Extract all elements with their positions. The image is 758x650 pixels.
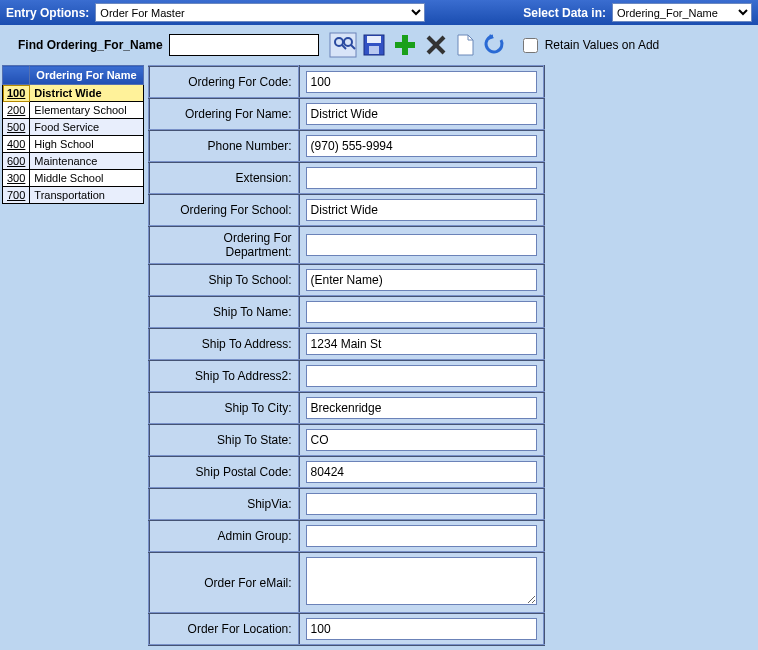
form-input[interactable] [306, 103, 537, 125]
table-row[interactable]: 300Middle School [3, 170, 144, 187]
form-input[interactable] [306, 365, 537, 387]
form-input[interactable] [306, 525, 537, 547]
table-row[interactable]: 700Transportation [3, 187, 144, 204]
select-data-label: Select Data in: [523, 6, 606, 20]
form-value-cell [299, 552, 544, 613]
form-label: Ordering For Name: [149, 98, 299, 130]
grid-code-cell[interactable]: 100 [3, 85, 30, 102]
form-label: Ship To State: [149, 424, 299, 456]
form-value-cell [299, 264, 544, 296]
form-value-cell [299, 66, 544, 98]
form-value-cell [299, 392, 544, 424]
form-value-cell [299, 520, 544, 552]
top-bar: Entry Options: Order For Master Select D… [0, 0, 758, 25]
entry-options-select[interactable]: Order For Master [95, 3, 425, 22]
grid-name-cell[interactable]: Maintenance [30, 153, 143, 170]
form-input[interactable] [306, 167, 537, 189]
table-row[interactable]: 400High School [3, 136, 144, 153]
detail-form: Ordering For Code:Ordering For Name:Phon… [148, 65, 545, 646]
ordering-for-grid: Ordering For Name 100District Wide200Ele… [2, 65, 144, 204]
form-label: ShipVia: [149, 488, 299, 520]
form-value-cell [299, 328, 544, 360]
save-icon[interactable] [361, 32, 387, 58]
form-label: Ship To City: [149, 392, 299, 424]
form-input[interactable] [306, 234, 537, 256]
form-input[interactable] [306, 135, 537, 157]
grid-name-cell[interactable]: Middle School [30, 170, 143, 187]
grid-code-cell[interactable]: 400 [3, 136, 30, 153]
form-label: Extension: [149, 162, 299, 194]
select-data-select[interactable]: Ordering_For_Name [612, 3, 752, 22]
form-value-cell [299, 194, 544, 226]
form-input[interactable] [306, 301, 537, 323]
find-label: Find Ordering_For_Name [18, 38, 163, 52]
new-page-icon[interactable] [453, 32, 477, 58]
grid-name-cell[interactable]: Food Service [30, 119, 143, 136]
form-input[interactable] [306, 199, 537, 221]
svg-rect-7 [369, 46, 379, 54]
form-label: Ship To School: [149, 264, 299, 296]
form-label: Order For eMail: [149, 552, 299, 613]
form-label: Admin Group: [149, 520, 299, 552]
form-input[interactable] [306, 493, 537, 515]
form-value-cell [299, 424, 544, 456]
search-icon[interactable] [329, 32, 357, 58]
grid-name-cell[interactable]: High School [30, 136, 143, 153]
form-value-cell [299, 613, 544, 645]
form-label: Ship Postal Code: [149, 456, 299, 488]
form-input[interactable] [306, 71, 537, 93]
entry-options-label: Entry Options: [6, 6, 89, 20]
form-input[interactable] [306, 618, 537, 640]
grid-code-cell[interactable]: 600 [3, 153, 30, 170]
toolbar: Find Ordering_For_Name Retain Values on … [0, 25, 758, 65]
table-row[interactable]: 600Maintenance [3, 153, 144, 170]
form-value-cell [299, 360, 544, 392]
form-label: Ordering For Code: [149, 66, 299, 98]
form-value-cell [299, 456, 544, 488]
form-label: Ship To Address: [149, 328, 299, 360]
grid-code-cell[interactable]: 700 [3, 187, 30, 204]
form-label: Ship To Name: [149, 296, 299, 328]
grid-header-name[interactable]: Ordering For Name [30, 66, 143, 85]
delete-icon[interactable] [423, 32, 449, 58]
form-label: Ordering For Department: [149, 226, 299, 264]
form-value-cell [299, 98, 544, 130]
grid-code-cell[interactable]: 500 [3, 119, 30, 136]
undo-icon[interactable] [481, 32, 507, 58]
form-input[interactable] [306, 557, 537, 605]
add-icon[interactable] [391, 31, 419, 59]
grid-name-cell[interactable]: District Wide [30, 85, 143, 102]
grid-code-cell[interactable]: 200 [3, 102, 30, 119]
retain-values-checkbox[interactable] [523, 38, 538, 53]
grid-name-cell[interactable]: Elementary School [30, 102, 143, 119]
form-label: Phone Number: [149, 130, 299, 162]
svg-rect-6 [367, 36, 381, 43]
form-input[interactable] [306, 333, 537, 355]
form-input[interactable] [306, 397, 537, 419]
form-input[interactable] [306, 429, 537, 451]
table-row[interactable]: 500Food Service [3, 119, 144, 136]
retain-values-label: Retain Values on Add [545, 38, 660, 52]
form-value-cell [299, 130, 544, 162]
form-value-cell [299, 162, 544, 194]
form-label: Ship To Address2: [149, 360, 299, 392]
form-value-cell [299, 488, 544, 520]
grid-name-cell[interactable]: Transportation [30, 187, 143, 204]
grid-header-code[interactable] [3, 66, 30, 85]
find-input[interactable] [169, 34, 319, 56]
grid-code-cell[interactable]: 300 [3, 170, 30, 187]
form-value-cell [299, 296, 544, 328]
form-label: Order For Location: [149, 613, 299, 645]
form-input[interactable] [306, 461, 537, 483]
table-row[interactable]: 100District Wide [3, 85, 144, 102]
table-row[interactable]: 200Elementary School [3, 102, 144, 119]
form-input[interactable] [306, 269, 537, 291]
form-label: Ordering For School: [149, 194, 299, 226]
form-value-cell [299, 226, 544, 264]
